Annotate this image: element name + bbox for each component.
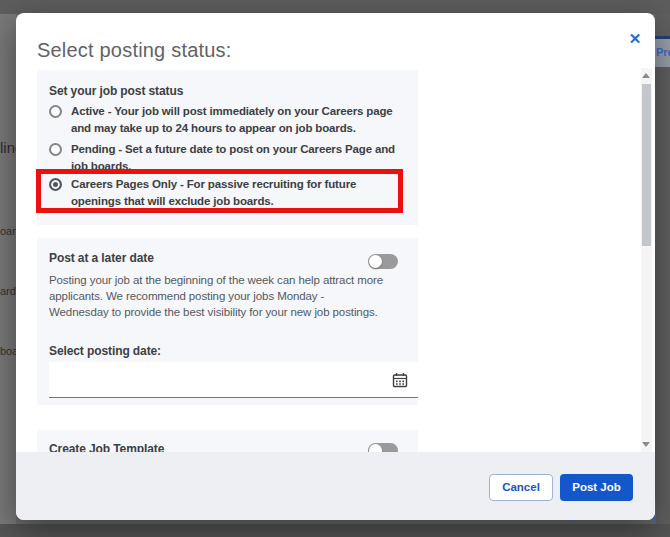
backdrop-bottom-strip xyxy=(0,524,670,537)
post-later-section: Post at a later date Posting your job at… xyxy=(37,238,418,405)
create-template-heading: Create Job Template xyxy=(49,442,164,452)
backdrop-preview-button: Pre xyxy=(655,36,670,67)
dialog-scrollbar[interactable] xyxy=(641,68,652,452)
backdrop-top-strip xyxy=(0,0,670,14)
dialog-title: Select posting status: xyxy=(37,39,232,62)
backdrop-text-fragment: ling xyxy=(0,139,16,156)
radio-button-icon[interactable] xyxy=(49,143,62,156)
post-later-description: Posting your job at the beginning of the… xyxy=(49,272,385,320)
radio-option-label: Pending - Set a future date to post on y… xyxy=(71,141,401,175)
radio-option-active[interactable]: Active - Your job will post immediately … xyxy=(49,103,401,137)
posting-date-input[interactable] xyxy=(49,362,418,398)
close-icon[interactable]: ✕ xyxy=(624,28,646,50)
screen: ling oar ardi boa Pre Select posting sta… xyxy=(0,0,670,537)
posting-date-label: Select posting date: xyxy=(49,344,161,358)
radio-button-selected-icon[interactable] xyxy=(49,178,62,191)
radio-option-careers-pages-only[interactable]: Careers Pages Only - For passive recruit… xyxy=(49,176,401,210)
toggle-knob-icon xyxy=(369,255,382,268)
backdrop-text-fragment: oar xyxy=(0,225,16,237)
backdrop-text-fragment: boa xyxy=(0,345,16,357)
radio-option-label: Active - Your job will post immediately … xyxy=(71,103,401,137)
radio-button-icon[interactable] xyxy=(49,105,62,118)
create-job-template-section: Create Job Template xyxy=(37,430,418,452)
scrollbar-thumb[interactable] xyxy=(642,84,651,246)
calendar-icon[interactable] xyxy=(392,372,408,388)
post-later-toggle[interactable] xyxy=(368,254,398,269)
job-post-status-section: Set your job post status Active - Your j… xyxy=(37,70,418,225)
create-template-toggle[interactable] xyxy=(368,443,398,452)
radio-option-label: Careers Pages Only - For passive recruit… xyxy=(71,176,401,210)
toggle-knob-icon xyxy=(369,444,382,452)
post-later-heading: Post at a later date xyxy=(49,251,154,265)
post-job-button[interactable]: Post Job xyxy=(560,474,633,501)
backdrop-left-sidebar: ling oar ardi boa xyxy=(0,14,16,537)
cancel-button[interactable]: Cancel xyxy=(489,474,553,501)
backdrop-preview-label: Pre xyxy=(656,46,670,58)
select-posting-status-dialog: Select posting status: ✕ Set your job po… xyxy=(16,13,655,520)
backdrop-text-fragment: ardi xyxy=(0,285,16,297)
status-section-heading: Set your job post status xyxy=(49,84,183,98)
scroll-up-arrow-icon[interactable] xyxy=(642,73,650,78)
backdrop-right-edge xyxy=(655,14,670,537)
radio-option-pending[interactable]: Pending - Set a future date to post on y… xyxy=(49,141,401,175)
scroll-down-arrow-icon[interactable] xyxy=(642,442,650,447)
dialog-footer: Cancel Post Job xyxy=(16,452,655,520)
